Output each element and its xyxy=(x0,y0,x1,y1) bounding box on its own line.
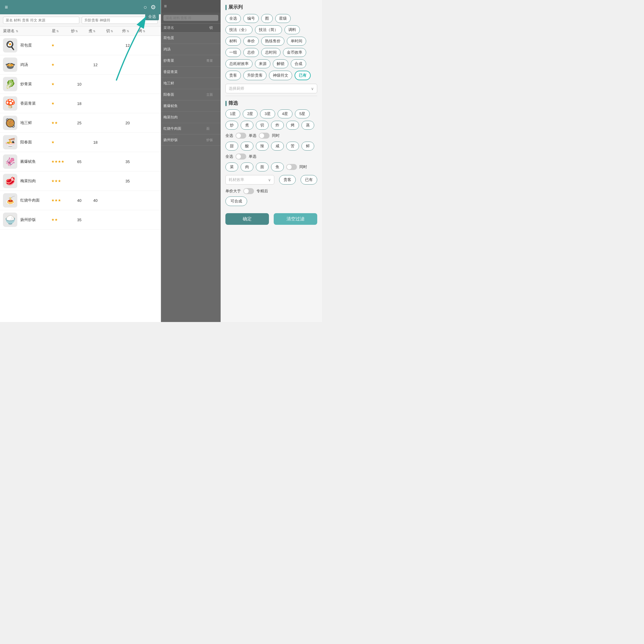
taste-tag-甜[interactable]: 甜 xyxy=(225,142,238,151)
display-tag-熟练售价[interactable]: 熟练售价 xyxy=(261,37,284,46)
recipe-star: ★ xyxy=(51,140,71,144)
table-row[interactable]: 🥘 地三鲜 ★★ 25 20 xyxy=(0,113,161,133)
recipe-image: 🥘 xyxy=(3,116,17,130)
tech-tag-炸[interactable]: 炸 xyxy=(271,121,284,130)
table-row[interactable]: 🍚 扬州炒饭 ★★ 35 xyxy=(0,210,161,230)
toggle-type[interactable] xyxy=(286,164,297,170)
mid-recipe-row[interactable]: 炒青菜 青菜 xyxy=(161,55,221,66)
mid-recipe-row[interactable]: 地三鲜 xyxy=(161,78,221,89)
mid-menu-icon[interactable]: ≡ xyxy=(164,4,167,9)
mid-recipe-row[interactable]: 酱爆鱿鱼 xyxy=(161,100,221,112)
recipe-stir: 10 xyxy=(72,82,87,86)
recipe-name: 香菇青菜 xyxy=(20,101,50,106)
star-tag-2星[interactable]: 2星 xyxy=(243,109,258,118)
taste-tag-咸[interactable]: 咸 xyxy=(271,142,284,151)
display-tag-升阶贵客[interactable]: 升阶贵客 xyxy=(243,71,267,80)
star-tag-1星[interactable]: 1星 xyxy=(225,109,240,118)
table-row[interactable]: 🍄 香菇青菜 ★ 18 xyxy=(0,94,161,113)
filter-section-title: 筛选 xyxy=(221,97,322,108)
display-tag-神级符文[interactable]: 神级符文 xyxy=(269,71,292,80)
mid-col-name: 菜谱名 xyxy=(163,25,208,30)
tech-tag-切[interactable]: 切 xyxy=(256,121,269,130)
display-tag-技法（全）[interactable]: 技法（全） xyxy=(225,25,253,34)
recipe-name: 荷包蛋 xyxy=(20,43,50,48)
mid-search-input[interactable] xyxy=(163,15,218,21)
toggle-row-2: 全选 单选 xyxy=(221,152,322,161)
synthesize-button[interactable]: 可合成 xyxy=(225,196,247,206)
toggle-3[interactable] xyxy=(236,154,246,160)
mid-recipe-row[interactable]: 香菇青菜 xyxy=(161,66,221,78)
taste-tag-酸[interactable]: 酸 xyxy=(241,142,253,151)
tech-tag-炒[interactable]: 炒 xyxy=(225,121,238,130)
display-tag-已有[interactable]: 已有 xyxy=(295,71,311,80)
display-tag-技法（简）[interactable]: 技法（简） xyxy=(255,25,282,34)
mid-col-lock: 锁 xyxy=(209,25,218,30)
display-tag-来源[interactable]: 来源 xyxy=(255,59,270,68)
divider xyxy=(225,96,317,96)
toggle-1[interactable] xyxy=(236,133,246,139)
section-bar xyxy=(225,5,227,10)
recipe-fry: 20 xyxy=(120,121,135,125)
table-row[interactable]: 🍜 阳春面 ★ 18 xyxy=(0,133,161,152)
star-tag-3星[interactable]: 3星 xyxy=(260,109,275,118)
price-label: 单价大于 xyxy=(225,188,241,194)
mid-recipe-name: 梅菜扣肉 xyxy=(163,115,206,120)
have-button[interactable]: 已有 xyxy=(301,175,317,185)
clear-button[interactable]: 清空过滤 xyxy=(274,213,317,225)
toggle-2[interactable] xyxy=(259,133,270,139)
tech-tag-煮[interactable]: 煮 xyxy=(241,121,253,130)
table-row[interactable]: 🦑 酱爆鱿鱼 ★★★★ 65 35 xyxy=(0,152,161,171)
mid-recipe-row[interactable]: 鸡汤 xyxy=(161,44,221,55)
table-row[interactable]: 🍝 红烧牛肉面 ★★★ 40 40 xyxy=(0,191,161,210)
type-tag-菜[interactable]: 菜 xyxy=(225,162,238,171)
tech-tag-烤[interactable]: 烤 xyxy=(286,121,299,130)
star-tag-5星[interactable]: 5星 xyxy=(295,109,310,118)
tech-tag-蒸[interactable]: 蒸 xyxy=(301,121,314,130)
display-tag-总时间[interactable]: 总时间 xyxy=(261,48,281,57)
search-button[interactable]: ○ xyxy=(143,4,147,11)
display-tag-总价[interactable]: 总价 xyxy=(243,48,259,57)
star-tag-4星[interactable]: 4星 xyxy=(278,109,292,118)
display-tag-材料[interactable]: 材料 xyxy=(225,37,241,46)
left-search-input1[interactable] xyxy=(3,17,79,24)
type-tag-鱼[interactable]: 鱼 xyxy=(271,162,284,171)
display-tag-一组[interactable]: 一组 xyxy=(225,48,241,57)
taste-tag-鲜[interactable]: 鲜 xyxy=(301,142,314,151)
display-tag-解锁[interactable]: 解锁 xyxy=(273,59,288,68)
guest-button[interactable]: 贵客 xyxy=(279,175,296,185)
type-tag-面[interactable]: 面 xyxy=(256,162,269,171)
type-filter-row: 菜肉面鱼同时 xyxy=(221,161,322,173)
mid-recipe-row[interactable]: 红烧牛肉面 面 xyxy=(161,123,221,134)
type-tag-肉[interactable]: 肉 xyxy=(241,162,253,171)
table-row[interactable]: 🥬 炒青菜 ★ 10 xyxy=(0,75,161,94)
confirm-button[interactable]: 确定 xyxy=(225,213,269,225)
display-tag-合成[interactable]: 合成 xyxy=(291,59,306,68)
display-tag-总耗材效率[interactable]: 总耗材效率 xyxy=(225,59,253,68)
display-tag-金币效率[interactable]: 金币效率 xyxy=(283,48,306,57)
display-tag-星级[interactable]: 星级 xyxy=(275,14,291,23)
display-tag-编号[interactable]: 编号 xyxy=(243,14,259,23)
toggle-price[interactable] xyxy=(243,188,254,194)
taste-tag-苦[interactable]: 苦 xyxy=(286,142,299,151)
recipe-stir: 40 xyxy=(72,198,87,203)
display-tag-调料[interactable]: 调料 xyxy=(284,25,300,34)
table-row[interactable]: 🥩 梅菜扣肉 ★★★ 35 xyxy=(0,171,161,191)
menu-icon[interactable]: ≡ xyxy=(5,4,8,10)
display-tag-全选[interactable]: 全选 xyxy=(225,14,241,23)
mid-recipe-row[interactable]: 梅菜扣肉 xyxy=(161,112,221,123)
display-tag-单价[interactable]: 单价 xyxy=(243,37,259,46)
chef-select[interactable]: 选择厨师 ∨ xyxy=(225,84,317,93)
mid-recipe-row[interactable]: 荷包蛋 xyxy=(161,32,221,44)
mid-recipe-name: 香菇青菜 xyxy=(163,69,206,75)
settings-button[interactable]: ⚙ xyxy=(151,4,156,11)
taste-tag-辣[interactable]: 辣 xyxy=(256,142,269,151)
display-tag-贵客[interactable]: 贵客 xyxy=(225,71,241,80)
display-tag-图[interactable]: 图 xyxy=(261,14,273,23)
table-row[interactable]: 🍲 鸡汤 ★ 12 xyxy=(0,55,161,75)
table-row[interactable]: 🍳 荷包蛋 ★ 12 xyxy=(0,36,161,55)
display-tag-单时间[interactable]: 单时间 xyxy=(287,37,306,46)
efficiency-select[interactable]: 耗材效率 ∨ xyxy=(225,175,274,185)
mid-recipe-row[interactable]: 阳春面 立面 xyxy=(161,89,221,100)
recipe-star: ★★★★ xyxy=(51,160,71,164)
mid-recipe-row[interactable]: 扬州炒饭 炒饭 xyxy=(161,134,221,146)
